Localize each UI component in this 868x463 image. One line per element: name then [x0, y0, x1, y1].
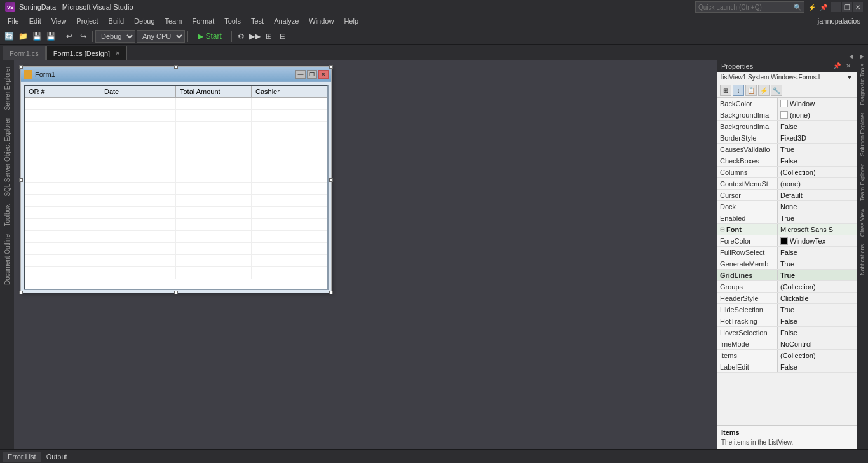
- sidebar-doc-outline[interactable]: Document Outline: [2, 230, 13, 289]
- far-tab-solution[interactable]: Solution Explorer: [858, 109, 867, 160]
- prop-value-dock[interactable]: None: [778, 201, 857, 212]
- properties-footer: Items The items in the ListView.: [717, 425, 857, 449]
- menu-file[interactable]: File: [3, 14, 24, 28]
- prop-value-causesval[interactable]: True: [778, 144, 857, 155]
- prop-value-hideselection[interactable]: True: [778, 304, 857, 315]
- resize-handle-top-right[interactable]: [329, 65, 333, 69]
- quick-launch-box[interactable]: 🔍: [695, 1, 804, 13]
- properties-component-name[interactable]: listView1 System.Windows.Forms.L ▼: [717, 72, 857, 83]
- open-btn[interactable]: 📁: [17, 30, 29, 43]
- restore-button[interactable]: ❐: [842, 2, 852, 12]
- prop-value-forecolor[interactable]: WindowTex: [778, 235, 857, 246]
- props-props-btn[interactable]: 📋: [745, 85, 757, 96]
- prop-value-enabled[interactable]: True: [778, 212, 857, 223]
- prop-value-borderstyle[interactable]: Fixed3D: [778, 132, 857, 143]
- prop-name-font: ⊟ Font: [717, 224, 778, 235]
- chevron-down-icon: ▼: [846, 74, 853, 81]
- save-btn[interactable]: 💾: [31, 30, 43, 43]
- minimize-button[interactable]: —: [831, 2, 841, 12]
- menu-edit[interactable]: Edit: [24, 14, 46, 28]
- tab-close-icon[interactable]: ✕: [115, 50, 120, 57]
- menu-analyze[interactable]: Analyze: [269, 14, 304, 28]
- prop-value-labeledit[interactable]: False: [778, 361, 857, 372]
- prop-value-headerstyle[interactable]: Clickable: [778, 293, 857, 303]
- menu-format[interactable]: Format: [187, 14, 219, 28]
- tool-btn-3[interactable]: ⊞: [262, 30, 275, 43]
- tab-scroll-left-icon[interactable]: ◄: [845, 53, 857, 60]
- col-or[interactable]: OR #: [25, 86, 100, 97]
- form-restore-btn[interactable]: ❐: [307, 70, 317, 79]
- new-project-btn[interactable]: 🔄: [3, 30, 15, 43]
- prop-value-backcolor[interactable]: Window: [778, 98, 857, 109]
- menu-test[interactable]: Test: [246, 14, 269, 28]
- tool-btn-4[interactable]: ⊟: [276, 30, 289, 43]
- menu-window[interactable]: Window: [304, 14, 339, 28]
- resize-handle-bot-left[interactable]: [19, 291, 23, 294]
- debug-config-dropdown[interactable]: Debug: [95, 30, 135, 43]
- props-category-btn[interactable]: ⊞: [720, 85, 731, 96]
- far-tab-team[interactable]: Team Explorer: [858, 160, 867, 205]
- sidebar-server-explorer[interactable]: Server Explorer: [2, 62, 13, 114]
- resize-handle-mid-left[interactable]: [19, 178, 23, 182]
- props-close-btn[interactable]: ✕: [844, 62, 853, 70]
- props-search-btn[interactable]: 🔧: [771, 85, 782, 96]
- col-date[interactable]: Date: [100, 86, 176, 97]
- redo-btn[interactable]: ↪: [77, 30, 90, 43]
- menu-view[interactable]: View: [46, 14, 72, 28]
- sidebar-toolbox[interactable]: Toolbox: [2, 200, 13, 230]
- tool-btn-1[interactable]: ⚙: [234, 30, 247, 43]
- quick-launch-input[interactable]: [698, 4, 794, 11]
- props-pin-btn[interactable]: 📌: [831, 62, 843, 70]
- output-tab[interactable]: Output: [41, 452, 72, 462]
- tab-scroll-right-icon[interactable]: ►: [857, 53, 868, 60]
- prop-value-font[interactable]: Microsoft Sans S: [778, 224, 857, 235]
- menu-debug[interactable]: Debug: [129, 14, 159, 28]
- menu-project[interactable]: Project: [71, 14, 103, 28]
- prop-value-bgimalayout[interactable]: False: [778, 121, 857, 132]
- table-row: [25, 146, 327, 158]
- tab-form1cs[interactable]: Form1.cs: [3, 46, 46, 60]
- resize-handle-mid-right[interactable]: [329, 178, 333, 182]
- prop-value-bgimage[interactable]: (none): [778, 109, 857, 120]
- prop-value-imemode[interactable]: NoControl: [778, 338, 857, 349]
- prop-value-fullrowselect[interactable]: False: [778, 247, 857, 258]
- prop-value-cursor[interactable]: Default: [778, 190, 857, 200]
- form-minimize-btn[interactable]: —: [295, 70, 306, 79]
- platform-dropdown[interactable]: Any CPU: [137, 30, 185, 43]
- undo-btn[interactable]: ↩: [63, 30, 76, 43]
- form-window[interactable]: F Form1 — ❐ ✕ OR # Date Total Amount Cas…: [20, 66, 332, 293]
- menu-help[interactable]: Help: [339, 14, 363, 28]
- col-cashier[interactable]: Cashier: [252, 86, 327, 97]
- save-all-btn[interactable]: 💾: [44, 30, 57, 43]
- forecolor-swatch: [780, 237, 788, 245]
- prop-value-items[interactable]: (Collection): [778, 350, 857, 361]
- tool-btn-2[interactable]: ▶▶: [248, 30, 261, 43]
- prop-value-hoverselection[interactable]: False: [778, 327, 857, 338]
- form-close-btn[interactable]: ✕: [318, 70, 329, 79]
- resize-handle-top-mid[interactable]: [174, 65, 178, 69]
- prop-value-generatememb[interactable]: True: [778, 258, 857, 269]
- prop-value-checkboxes[interactable]: False: [778, 155, 857, 166]
- resize-handle-top-left[interactable]: [19, 65, 23, 69]
- sidebar-sql-explorer[interactable]: SQL Server Object Explorer: [2, 114, 13, 200]
- props-events-btn[interactable]: ⚡: [758, 85, 770, 96]
- start-btn[interactable]: ▶ Start: [191, 30, 229, 43]
- prop-value-columns[interactable]: (Collection): [778, 167, 857, 177]
- col-total-amount[interactable]: Total Amount: [176, 86, 252, 97]
- prop-value-groups[interactable]: (Collection): [778, 281, 857, 292]
- far-tab-class[interactable]: Class View: [858, 205, 867, 240]
- far-tab-diagnostic[interactable]: Diagnostic Tools: [858, 60, 867, 109]
- prop-value-gridlines[interactable]: True: [778, 270, 857, 280]
- menu-build[interactable]: Build: [104, 14, 129, 28]
- tab-form1cs-design[interactable]: Form1.cs [Design] ✕: [46, 46, 127, 60]
- prop-value-hottracking[interactable]: False: [778, 315, 857, 326]
- prop-value-contextmenu[interactable]: (none): [778, 178, 857, 189]
- resize-handle-bot-mid[interactable]: [174, 291, 178, 294]
- menu-team[interactable]: Team: [160, 14, 187, 28]
- props-alpha-btn[interactable]: ↕: [733, 85, 744, 96]
- resize-handle-bot-right[interactable]: [329, 291, 333, 294]
- error-list-tab[interactable]: Error List: [3, 452, 41, 462]
- far-tab-notifications[interactable]: Notifications: [858, 240, 867, 279]
- close-button[interactable]: ✕: [853, 2, 863, 12]
- menu-tools[interactable]: Tools: [219, 14, 246, 28]
